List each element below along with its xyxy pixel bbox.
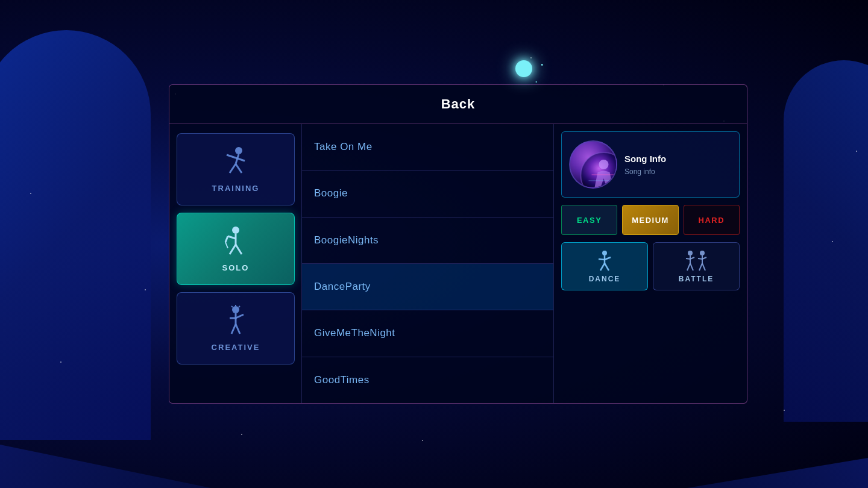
star	[241, 434, 242, 435]
svg-line-28	[600, 263, 605, 271]
svg-line-2	[230, 164, 236, 173]
svg-line-42	[698, 258, 702, 259]
artwork-figure	[580, 151, 607, 184]
svg-line-18	[236, 314, 244, 318]
song-info-subtitle: Song info	[624, 167, 732, 176]
song-item-good-times[interactable]: GoodTimes	[302, 357, 553, 403]
svg-line-35	[690, 263, 693, 271]
song-item-boogie[interactable]: Boogie	[302, 170, 553, 217]
mode-solo-button[interactable]: SOLO	[177, 213, 295, 285]
song-info-card: Song Info Song info	[561, 131, 740, 198]
svg-line-4	[227, 155, 236, 158]
training-icon	[221, 146, 251, 179]
solo-icon	[221, 225, 251, 258]
svg-line-21	[239, 306, 240, 307]
star	[145, 289, 146, 290]
cursor-indicator	[515, 60, 532, 77]
artwork-svg	[580, 151, 618, 189]
svg-line-11	[225, 236, 228, 242]
svg-line-40	[699, 263, 702, 271]
svg-line-31	[605, 257, 611, 260]
training-label: TRAINING	[212, 184, 260, 193]
solo-label: SOLO	[222, 263, 250, 272]
song-list: Take On Me Boogie BoogieNights DancePart…	[302, 124, 554, 403]
main-panel: Back TRAINING	[169, 84, 747, 404]
star	[856, 151, 857, 152]
star	[530, 57, 532, 58]
svg-point-26	[602, 251, 607, 255]
difficulty-medium-button[interactable]: MEDIUM	[622, 205, 678, 235]
svg-line-43	[702, 257, 706, 259]
svg-rect-25	[589, 180, 618, 181]
svg-line-16	[236, 324, 240, 334]
svg-line-41	[702, 263, 705, 271]
creative-label: CREATIVE	[212, 343, 260, 352]
svg-rect-24	[592, 174, 616, 175]
svg-line-3	[236, 164, 242, 173]
svg-line-9	[236, 245, 242, 254]
arch-right-decoration	[784, 60, 868, 422]
song-info-title: Song Info	[624, 154, 732, 164]
dance-label: DANCE	[589, 275, 621, 283]
mode-training-button[interactable]: TRAINING	[177, 133, 295, 205]
svg-line-15	[231, 324, 236, 334]
song-item-dance-party[interactable]: DanceParty	[302, 264, 553, 310]
svg-point-32	[688, 251, 693, 255]
svg-line-36	[686, 258, 690, 259]
svg-line-8	[230, 245, 236, 254]
info-panel: Song Info Song info EASY MEDIUM HARD	[554, 124, 747, 403]
song-artwork	[569, 140, 617, 189]
svg-line-30	[599, 259, 605, 260]
svg-line-10	[228, 236, 236, 239]
svg-line-12	[225, 242, 228, 248]
svg-point-0	[235, 147, 242, 154]
star	[832, 241, 833, 242]
song-item-boogie-nights[interactable]: BoogieNights	[302, 217, 553, 264]
creative-icon	[221, 305, 251, 338]
svg-line-20	[231, 306, 233, 307]
song-info-text: Song Info Song info	[624, 154, 732, 176]
star	[30, 193, 31, 194]
battle-mode-button[interactable]: BATTLE	[653, 242, 740, 290]
play-mode-buttons-row: DANCE	[561, 242, 740, 290]
svg-point-38	[700, 251, 705, 255]
dance-icon	[596, 250, 614, 271]
star	[784, 410, 785, 411]
back-button[interactable]: Back	[169, 85, 747, 124]
song-item-take-on-me[interactable]: Take On Me	[302, 124, 553, 170]
battle-icon	[684, 250, 708, 271]
song-item-give-me-the-night[interactable]: GiveMeTheNight	[302, 310, 553, 357]
difficulty-hard-button[interactable]: HARD	[684, 205, 740, 235]
svg-line-29	[605, 263, 609, 271]
star	[60, 361, 61, 363]
mode-creative-button[interactable]: CREATIVE	[177, 292, 295, 364]
svg-line-37	[690, 257, 694, 259]
svg-line-34	[687, 263, 690, 271]
svg-point-23	[599, 160, 609, 169]
dance-mode-button[interactable]: DANCE	[561, 242, 648, 290]
difficulty-easy-button[interactable]: EASY	[561, 205, 617, 235]
svg-point-6	[232, 227, 239, 234]
back-label: Back	[441, 96, 476, 112]
content-area: TRAINING SOLO	[169, 124, 747, 403]
difficulty-row: EASY MEDIUM HARD	[561, 205, 740, 235]
star	[422, 440, 423, 441]
svg-point-13	[232, 306, 239, 313]
mode-sidebar: TRAINING SOLO	[169, 124, 302, 403]
battle-label: BATTLE	[679, 275, 714, 283]
arch-left-decoration	[0, 30, 151, 440]
svg-point-22	[581, 152, 618, 189]
